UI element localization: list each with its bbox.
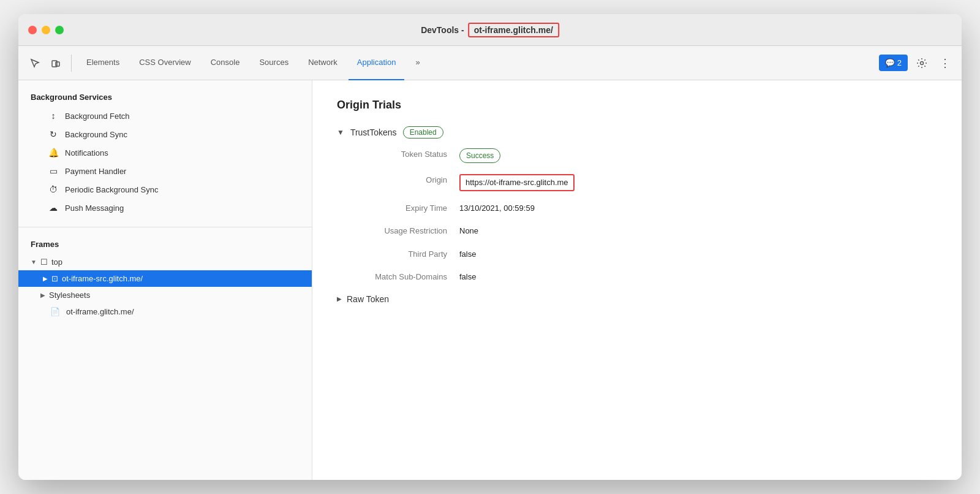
file-icon: 📄	[50, 307, 60, 316]
background-sync-icon: ↻	[48, 129, 59, 139]
tab-console[interactable]: Console	[202, 46, 249, 80]
expiry-row: Expiry Time 13/10/2021, 00:59:59	[337, 202, 937, 215]
traffic-lights	[28, 26, 64, 34]
notifications-icon: 🔔	[48, 148, 59, 158]
sidebar-item-background-sync[interactable]: ↻ Background Sync	[18, 125, 312, 143]
frame-top-label: top	[51, 257, 62, 267]
expiry-label: Expiry Time	[337, 202, 459, 215]
background-services-section: Background Services ↕ Background Fetch ↻…	[18, 80, 312, 227]
sidebar-item-label: Payment Handler	[65, 167, 126, 176]
content-panel: Origin Trials ▼ TrustTokens Enabled Toke…	[312, 80, 962, 480]
sidebar-item-label: Background Fetch	[65, 112, 130, 121]
toolbar-right: 💬 2 ⋮	[879, 54, 954, 72]
tab-network[interactable]: Network	[300, 46, 346, 80]
trial-arrow-icon: ▼	[337, 128, 344, 137]
close-button[interactable]	[28, 26, 37, 34]
chat-count: 2	[897, 58, 902, 67]
trial-header[interactable]: ▼ TrustTokens Enabled	[337, 126, 937, 139]
main-area: Background Services ↕ Background Fetch ↻…	[18, 80, 962, 480]
trial-section: ▼ TrustTokens Enabled Token Status Succe…	[337, 126, 937, 304]
titlebar: DevTools - ot-iframe.glitch.me/	[18, 14, 962, 46]
sidebar-item-label: Periodic Background Sync	[65, 185, 158, 194]
chat-icon: 💬	[885, 58, 895, 67]
raw-token-header[interactable]: ▶ Raw Token	[337, 294, 937, 304]
tab-more[interactable]: »	[407, 46, 428, 80]
frame-child-label: ot-iframe-src.glitch.me/	[62, 274, 143, 283]
devtools-window: DevTools - ot-iframe.glitch.me/ Elements…	[18, 14, 962, 480]
sidebar-item-background-fetch[interactable]: ↕ Background Fetch	[18, 107, 312, 125]
periodic-sync-icon: ⏱	[48, 184, 59, 194]
usage-row: Usage Restriction None	[337, 225, 937, 237]
device-toggle-btn[interactable]	[47, 54, 65, 72]
origin-label: Origin	[337, 174, 459, 186]
trial-name: TrustTokens	[350, 127, 397, 137]
third-party-label: Third Party	[337, 248, 459, 260]
origin-row: Origin https://ot-iframe-src.glitch.me	[337, 174, 937, 191]
push-messaging-icon: ☁	[48, 203, 59, 213]
frame-stylesheets[interactable]: ▶ Stylesheets	[18, 287, 312, 303]
tab-css-overview[interactable]: CSS Overview	[130, 46, 200, 80]
frames-title: Frames	[18, 237, 312, 254]
inspect-icon-btn[interactable]	[26, 54, 44, 72]
overflow-menu-button[interactable]: ⋮	[936, 54, 954, 72]
maximize-button[interactable]	[55, 26, 64, 34]
frame-box-icon: ☐	[40, 257, 48, 267]
third-party-row: Third Party false	[337, 248, 937, 260]
match-sub-value: false	[459, 271, 476, 283]
titlebar-url: ot-iframe.glitch.me/	[468, 23, 559, 37]
sidebar-item-payment-handler[interactable]: ▭ Payment Handler	[18, 162, 312, 180]
usage-label: Usage Restriction	[337, 225, 459, 237]
toolbar-divider-1	[71, 55, 72, 72]
raw-token-arrow-icon: ▶	[337, 295, 342, 302]
expand-arrow-icon: ▶	[43, 275, 48, 282]
frame-stylesheets-label: Stylesheets	[49, 291, 90, 300]
svg-rect-1	[56, 62, 59, 66]
frame-iframe-icon: ⊡	[51, 274, 58, 283]
toolbar: Elements CSS Overview Console Sources Ne…	[18, 46, 962, 80]
sidebar-item-notifications[interactable]: 🔔 Notifications	[18, 143, 312, 162]
raw-token-label: Raw Token	[347, 294, 389, 304]
frames-section: Frames ▼ ☐ top ▶ ⊡ ot-iframe-src.glitch.…	[18, 227, 312, 330]
token-status-value: Success	[459, 148, 500, 163]
stylesheets-arrow-icon: ▶	[40, 292, 45, 298]
sidebar-item-push-messaging[interactable]: ☁ Push Messaging	[18, 199, 312, 217]
frame-file-item[interactable]: 📄 ot-iframe.glitch.me/	[18, 303, 312, 320]
background-fetch-icon: ↕	[48, 111, 59, 121]
expiry-value: 13/10/2021, 00:59:59	[459, 202, 535, 215]
frame-file-label: ot-iframe.glitch.me/	[66, 307, 134, 316]
payment-handler-icon: ▭	[48, 166, 59, 176]
sidebar-item-label: Push Messaging	[65, 203, 124, 213]
settings-button[interactable]	[913, 54, 931, 72]
minimize-button[interactable]	[42, 26, 50, 34]
enabled-badge: Enabled	[403, 126, 443, 139]
svg-point-2	[921, 61, 924, 64]
match-sub-label: Match Sub-Domains	[337, 271, 459, 283]
sidebar-item-label: Notifications	[65, 148, 108, 158]
collapse-arrow-icon: ▼	[31, 259, 37, 265]
tab-application[interactable]: Application	[349, 46, 405, 80]
sidebar: Background Services ↕ Background Fetch ↻…	[18, 80, 312, 480]
frame-child-selected[interactable]: ▶ ⊡ ot-iframe-src.glitch.me/	[18, 270, 312, 287]
background-services-title: Background Services	[18, 90, 312, 107]
content-title: Origin Trials	[337, 99, 937, 112]
tab-elements[interactable]: Elements	[78, 46, 128, 80]
detail-rows: Token Status Success Origin https://ot-i…	[337, 148, 937, 283]
chat-button[interactable]: 💬 2	[879, 55, 908, 71]
titlebar-center: DevTools - ot-iframe.glitch.me/	[421, 23, 559, 37]
match-sub-row: Match Sub-Domains false	[337, 271, 937, 283]
usage-value: None	[459, 225, 478, 237]
frame-top[interactable]: ▼ ☐ top	[18, 254, 312, 270]
token-status-row: Token Status Success	[337, 148, 937, 163]
third-party-value: false	[459, 248, 476, 260]
tab-sources[interactable]: Sources	[251, 46, 297, 80]
sidebar-item-periodic-background-sync[interactable]: ⏱ Periodic Background Sync	[18, 180, 312, 199]
app-name: DevTools -	[421, 25, 464, 35]
token-status-label: Token Status	[337, 148, 459, 161]
sidebar-item-label: Background Sync	[65, 130, 127, 139]
origin-value: https://ot-iframe-src.glitch.me	[459, 174, 575, 191]
